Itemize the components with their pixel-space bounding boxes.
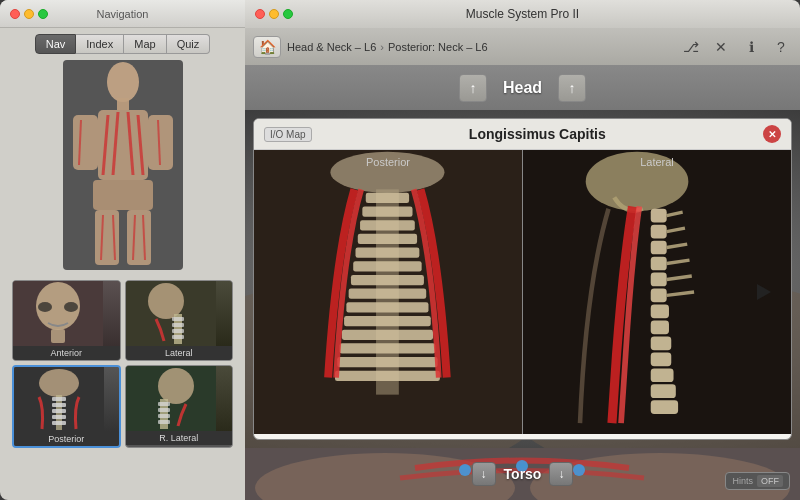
io-map-overlay: I/O Map Longissimus Capitis ✕ Posterior xyxy=(253,118,792,440)
svg-rect-76 xyxy=(651,336,672,350)
nav-panel: Navigation Nav Index Map Quiz xyxy=(0,0,245,500)
svg-rect-75 xyxy=(651,321,669,335)
toolbar-actions: ⎇ ✕ ℹ ? xyxy=(680,36,792,58)
tab-index[interactable]: Index xyxy=(76,34,124,54)
svg-rect-61 xyxy=(344,316,431,326)
svg-rect-57 xyxy=(353,261,421,271)
breadcrumb-level1[interactable]: Head & Neck – L6 xyxy=(287,41,376,53)
svg-rect-35 xyxy=(52,403,66,407)
svg-rect-74 xyxy=(651,305,669,319)
thumbnail-posterior-image xyxy=(14,367,119,432)
thumbnail-anterior[interactable]: Anterior xyxy=(12,280,121,361)
svg-rect-72 xyxy=(651,273,667,287)
svg-rect-8 xyxy=(73,115,98,170)
svg-point-1 xyxy=(107,62,139,102)
main-traffic-lights xyxy=(255,9,293,19)
svg-point-84 xyxy=(459,464,471,476)
thumbnail-r-lateral[interactable]: R. Lateral xyxy=(125,365,234,448)
nav-tabs: Nav Index Map Quiz xyxy=(0,28,245,60)
home-button[interactable]: 🏠 xyxy=(253,36,281,58)
thumbnail-r-lateral-label: R. Lateral xyxy=(126,431,233,445)
svg-rect-30 xyxy=(172,335,184,339)
svg-rect-44 xyxy=(158,414,170,418)
thumbnail-posterior-label: Posterior xyxy=(14,432,119,446)
thumbnail-anterior-image xyxy=(13,281,120,346)
svg-rect-63 xyxy=(340,343,436,353)
minimize-traffic-light[interactable] xyxy=(24,9,34,19)
tab-quiz[interactable]: Quiz xyxy=(167,34,211,54)
torso-prev-arrow[interactable]: ↓ xyxy=(472,462,496,486)
thumbnail-lateral[interactable]: Lateral xyxy=(125,280,234,361)
thumbnail-posterior[interactable]: Posterior xyxy=(12,365,121,448)
svg-rect-2 xyxy=(117,98,129,110)
svg-rect-34 xyxy=(52,397,66,401)
io-map-close-button[interactable]: ✕ xyxy=(763,125,781,143)
breadcrumb-separator: › xyxy=(380,41,384,53)
main-close-btn[interactable] xyxy=(255,9,265,19)
svg-rect-54 xyxy=(360,220,415,230)
main-panel: Muscle System Pro II 🏠 Head & Neck – L6 … xyxy=(245,0,800,500)
tab-map[interactable]: Map xyxy=(124,34,166,54)
maximize-traffic-light[interactable] xyxy=(38,9,48,19)
svg-rect-23 xyxy=(51,329,65,343)
main-figure xyxy=(63,60,183,270)
breadcrumb: Head & Neck – L6 › Posterior: Neck – L6 xyxy=(287,41,674,53)
share-button[interactable]: ⎇ xyxy=(680,36,702,58)
svg-rect-52 xyxy=(366,193,409,203)
main-window-title: Muscle System Pro II xyxy=(466,7,579,21)
tab-nav[interactable]: Nav xyxy=(35,34,77,54)
bottom-bar: ↓ Torso ↓ Hints OFF xyxy=(245,448,800,500)
info-button[interactable]: ℹ xyxy=(740,36,762,58)
svg-rect-55 xyxy=(358,234,417,244)
hint-badge[interactable]: Hints OFF xyxy=(725,472,790,490)
nav-titlebar: Navigation xyxy=(0,0,245,28)
lateral-view-pane: Lateral xyxy=(522,150,791,434)
svg-point-32 xyxy=(39,369,79,397)
svg-rect-69 xyxy=(651,225,667,239)
nav-panel-title: Navigation xyxy=(97,8,149,20)
prev-arrow-button[interactable]: ↑ xyxy=(459,74,487,102)
io-map-title: Longissimus Capitis xyxy=(312,126,763,142)
svg-rect-28 xyxy=(172,323,184,327)
svg-rect-77 xyxy=(651,352,672,366)
io-map-header: I/O Map Longissimus Capitis ✕ xyxy=(254,119,791,150)
posterior-view-label: Posterior xyxy=(254,156,522,168)
close-button[interactable]: ✕ xyxy=(710,36,732,58)
views-container: Posterior xyxy=(254,150,791,434)
thumbnail-r-lateral-image xyxy=(126,366,233,431)
svg-rect-36 xyxy=(52,409,66,413)
svg-rect-79 xyxy=(651,384,676,398)
svg-rect-42 xyxy=(158,402,170,406)
torso-nav-label: Torso xyxy=(504,466,542,482)
nav-current-label: Head xyxy=(487,79,558,97)
svg-rect-65 xyxy=(335,371,440,381)
thumbnail-lateral-label: Lateral xyxy=(126,346,233,360)
svg-rect-59 xyxy=(349,289,427,299)
svg-rect-64 xyxy=(337,357,437,367)
svg-rect-70 xyxy=(651,241,667,255)
main-maximize-btn[interactable] xyxy=(283,9,293,19)
hint-state[interactable]: OFF xyxy=(757,475,783,487)
cursor-arrow xyxy=(757,284,771,300)
svg-point-40 xyxy=(158,368,194,404)
svg-rect-62 xyxy=(342,330,433,340)
torso-next-arrow[interactable]: ↓ xyxy=(549,462,573,486)
svg-rect-43 xyxy=(158,408,170,412)
svg-point-22 xyxy=(64,302,78,312)
nav-arrows-bar: ↑ Head ↑ xyxy=(245,66,800,110)
main-titlebar: Muscle System Pro II xyxy=(245,0,800,28)
svg-rect-38 xyxy=(52,421,66,425)
hint-label: Hints xyxy=(732,476,753,486)
lateral-view-label: Lateral xyxy=(523,156,791,168)
main-minimize-btn[interactable] xyxy=(269,9,279,19)
io-map-tag[interactable]: I/O Map xyxy=(264,127,312,142)
close-traffic-light[interactable] xyxy=(10,9,20,19)
next-arrow-button[interactable]: ↑ xyxy=(558,74,586,102)
thumbnail-grid: Anterior Lateral xyxy=(0,280,245,448)
svg-rect-58 xyxy=(351,275,424,285)
svg-rect-27 xyxy=(172,317,184,321)
help-button[interactable]: ? xyxy=(770,36,792,58)
breadcrumb-level2[interactable]: Posterior: Neck – L6 xyxy=(388,41,488,53)
svg-rect-60 xyxy=(346,302,428,312)
svg-rect-45 xyxy=(158,420,170,424)
